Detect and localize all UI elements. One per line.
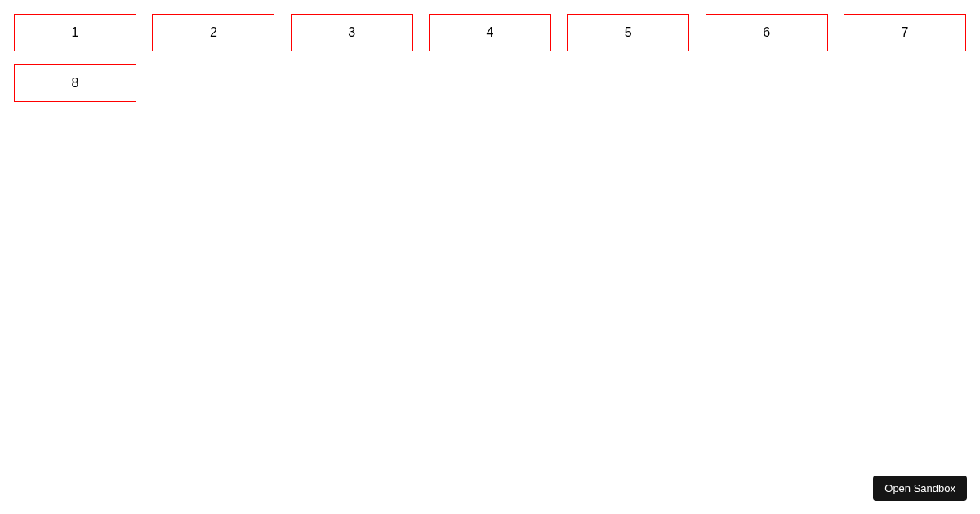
flex-item: 6 [706,14,828,51]
flex-item: 4 [429,14,551,51]
flex-item: 1 [14,14,136,51]
flex-item: 3 [291,14,413,51]
flex-container: 1 2 3 4 5 6 7 8 [7,7,973,109]
flex-item: 8 [14,64,136,102]
open-sandbox-button[interactable]: Open Sandbox [873,476,967,501]
flex-item: 5 [567,14,689,51]
flex-item: 7 [844,14,966,51]
flex-item: 2 [152,14,274,51]
